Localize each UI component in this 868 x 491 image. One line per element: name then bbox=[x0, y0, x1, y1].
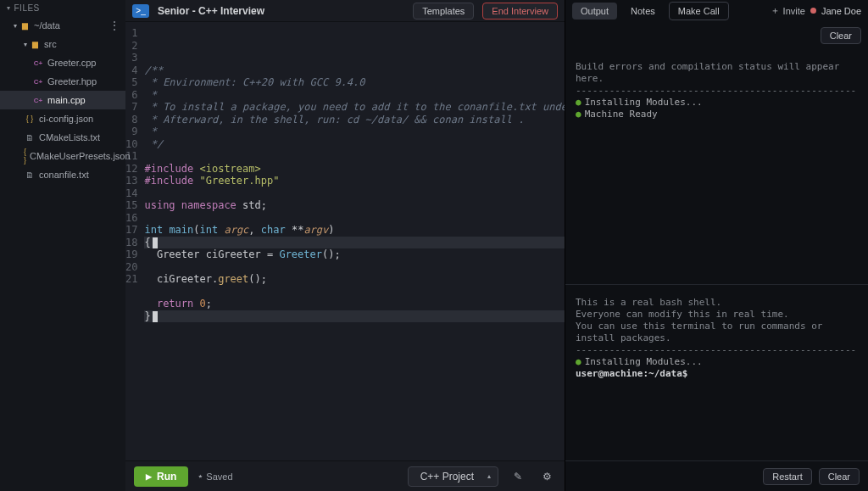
json-icon: { } bbox=[24, 114, 36, 123]
file-icon: 🗎 bbox=[24, 133, 36, 142]
terminal-prompt[interactable]: user@machine:~/data$ bbox=[576, 368, 687, 379]
project-label: C++ Project bbox=[420, 471, 474, 483]
restart-button[interactable]: Restart bbox=[763, 468, 811, 485]
presence-dot-icon bbox=[810, 8, 816, 14]
status-ok-icon bbox=[576, 109, 585, 120]
invite-button[interactable]: ＋ Invite bbox=[771, 4, 805, 17]
status-ok-icon bbox=[576, 356, 585, 367]
project-select[interactable]: C++ Project ▴ bbox=[408, 466, 498, 487]
editor-column: >_ Senior - C++ Interview Templates End … bbox=[125, 0, 565, 491]
terminal-clear-button[interactable]: Clear bbox=[819, 468, 860, 485]
edit-icon[interactable]: ✎ bbox=[509, 467, 527, 486]
gear-icon[interactable]: ⚙ bbox=[537, 467, 556, 486]
terminal-icon: >_ bbox=[132, 4, 149, 18]
tree-file[interactable]: C+main.cpp bbox=[0, 91, 125, 109]
folder-icon: ▆ bbox=[29, 40, 41, 48]
terminal-intro: Everyone can modify this in real time. bbox=[576, 309, 789, 320]
terminal-pane[interactable]: This is a real bash shell. Everyone can … bbox=[565, 285, 868, 491]
cpp-icon: C+ bbox=[32, 97, 44, 104]
tree-label: Greeter.hpp bbox=[47, 76, 97, 86]
tree-file[interactable]: 🗎conanfile.txt bbox=[0, 165, 125, 184]
folder-icon: ▆ bbox=[19, 21, 31, 30]
tab-notes[interactable]: Notes bbox=[622, 3, 664, 20]
divider: ----------------------------------------… bbox=[576, 344, 856, 355]
tree-label: conanfile.txt bbox=[39, 170, 89, 180]
tree-file[interactable]: 🗎CMakeLists.txt bbox=[0, 128, 125, 147]
sidebar-title: FILES bbox=[14, 3, 40, 13]
divider: ----------------------------------------… bbox=[576, 85, 856, 96]
saved-indicator: ⭑ Saved bbox=[198, 471, 232, 482]
json-icon: { } bbox=[24, 148, 26, 165]
tree-file[interactable]: C+Greeter.cpp bbox=[0, 53, 125, 72]
terminal-intro: You can use this terminal to run command… bbox=[576, 321, 828, 343]
interview-header: >_ Senior - C++ Interview Templates End … bbox=[125, 0, 565, 22]
tab-output[interactable]: Output bbox=[572, 3, 617, 20]
output-clear-button[interactable]: Clear bbox=[821, 27, 861, 44]
invite-label: Invite bbox=[783, 6, 805, 16]
make-call-button[interactable]: Make Call bbox=[669, 2, 729, 20]
templates-button[interactable]: Templates bbox=[413, 3, 474, 20]
file-icon: 🗎 bbox=[24, 170, 36, 180]
tree-file[interactable]: C+Greeter.hpp bbox=[0, 72, 125, 91]
play-icon: ▶ bbox=[146, 472, 152, 481]
more-icon[interactable]: ⋮ bbox=[108, 19, 120, 32]
output-pane: Build errors and compilation status will… bbox=[565, 49, 868, 285]
chevron-up-icon: ▴ bbox=[487, 472, 491, 480]
status-ok-icon bbox=[576, 97, 585, 108]
file-sidebar: ▾ FILES ▾ ▆ ~/data ⋮ ▾ ▆ src C+Greeter.c… bbox=[0, 0, 125, 491]
editor-footer: ▶ Run ⭑ Saved C++ Project ▴ ✎ ⚙ bbox=[125, 460, 565, 491]
tree-label: CMakeLists.txt bbox=[39, 132, 100, 142]
save-icon: ⭑ bbox=[198, 471, 203, 482]
line-gutter: 123456789101112131415161718192021 bbox=[125, 22, 142, 460]
tree-label: ci-config.json bbox=[39, 114, 93, 124]
tree-file[interactable]: { }ci-config.json bbox=[0, 109, 125, 128]
cpp-icon: C+ bbox=[32, 78, 44, 86]
terminal-intro: This is a real bash shell. bbox=[576, 297, 721, 308]
run-label: Run bbox=[157, 471, 176, 483]
saved-label: Saved bbox=[206, 471, 232, 482]
output-status-line: Installing Modules... bbox=[585, 97, 703, 108]
tree-label: Greeter.cpp bbox=[47, 58, 96, 68]
tree-root-folder[interactable]: ▾ ▆ ~/data ⋮ bbox=[0, 16, 125, 35]
tree-label: src bbox=[44, 39, 57, 49]
chevron-down-icon: ▾ bbox=[14, 22, 17, 30]
output-placeholder: Build errors and compilation status will… bbox=[576, 61, 845, 84]
tree-file[interactable]: { }CMakeUserPresets.json bbox=[0, 147, 125, 165]
chevron-down-icon: ▾ bbox=[7, 4, 11, 12]
plus-icon: ＋ bbox=[771, 4, 780, 17]
tree-label: CMakeUserPresets.json bbox=[30, 151, 131, 161]
tree-label: main.cpp bbox=[47, 95, 86, 105]
code-editor[interactable]: 123456789101112131415161718192021 /** * … bbox=[125, 22, 565, 460]
cpp-icon: C+ bbox=[32, 59, 44, 67]
tree-label: ~/data bbox=[34, 20, 60, 31]
output-status-line: Machine Ready bbox=[585, 109, 658, 120]
username: Jane Doe bbox=[821, 6, 861, 16]
sidebar-header: ▾ FILES bbox=[0, 0, 125, 16]
right-panel: Output Notes Make Call ＋ Invite Jane Doe… bbox=[565, 0, 868, 491]
terminal-status-line: Installing Modules... bbox=[585, 356, 703, 367]
run-button[interactable]: ▶ Run bbox=[134, 466, 188, 487]
end-interview-button[interactable]: End Interview bbox=[482, 3, 558, 20]
session-title: Senior - C++ Interview bbox=[158, 5, 264, 17]
code-area[interactable]: /** * Environment: C++20 with GCC 9.4.0 … bbox=[142, 22, 565, 460]
terminal-footer: Restart Clear bbox=[565, 460, 868, 491]
right-tabs: Output Notes Make Call ＋ Invite Jane Doe bbox=[565, 0, 868, 22]
tree-folder-src[interactable]: ▾ ▆ src bbox=[0, 35, 125, 53]
chevron-down-icon: ▾ bbox=[24, 41, 27, 48]
